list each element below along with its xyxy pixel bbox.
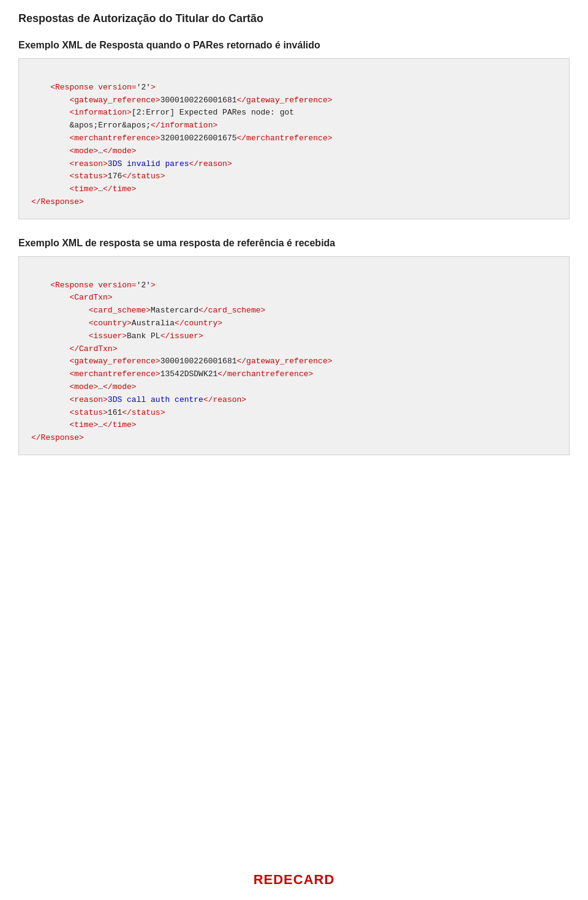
- code-tag: <time>: [69, 184, 98, 194]
- code-text: [50, 306, 88, 315]
- code-text: [50, 319, 88, 328]
- code-tag: <card_scheme>: [89, 306, 151, 315]
- section1-title: Exemplo XML de Resposta quando o PARes r…: [18, 40, 570, 51]
- code-text: …: [98, 382, 103, 391]
- code-tag: <CardTxn>: [69, 293, 112, 302]
- code-text: [50, 369, 69, 379]
- code-tag: </issuer>: [160, 331, 203, 341]
- code-tag: <country>: [89, 319, 132, 328]
- code-tag: <Response version=: [50, 83, 136, 92]
- code-text: [50, 96, 69, 105]
- code-text: 176: [108, 172, 122, 181]
- code-text: [50, 108, 69, 117]
- code-tag: </information>: [151, 121, 217, 130]
- code-tag: </status>: [122, 408, 165, 417]
- code-text: '2': [137, 83, 151, 92]
- code-text: [50, 420, 69, 429]
- code-tag: <mode>: [69, 382, 98, 391]
- section1: Exemplo XML de Resposta quando o PARes r…: [18, 40, 570, 219]
- code-text: '2': [137, 281, 151, 290]
- section2-code-block: <Response version='2'> <CardTxn> <card_s…: [18, 256, 570, 455]
- code-tag: <status>: [69, 408, 107, 417]
- code-highlight: 3DS invalid pares: [108, 159, 189, 168]
- code-text: [50, 172, 69, 181]
- code-tag: </gateway_reference>: [237, 357, 333, 366]
- section2-title: Exemplo XML de resposta se uma resposta …: [18, 238, 570, 249]
- code-tag: </country>: [175, 319, 222, 328]
- code-text: 3200100226001675: [160, 134, 237, 143]
- code-text: [50, 293, 69, 302]
- code-text: …: [98, 146, 103, 156]
- code-tag: >: [151, 281, 156, 290]
- code-tag: </time>: [103, 420, 137, 429]
- code-text: Mastercard: [151, 306, 198, 315]
- code-text: 3000100226001681: [160, 357, 237, 366]
- code-tag: <mode>: [69, 146, 98, 156]
- code-tag: <reason>: [69, 395, 107, 404]
- code-text: [50, 134, 69, 143]
- code-text: [50, 146, 69, 156]
- page-title: Respostas de Autorização do Titular do C…: [18, 12, 570, 25]
- footer-brand: REDECARD: [254, 872, 335, 888]
- code-text: 3000100226001681: [160, 96, 237, 105]
- code-tag: </reason>: [203, 395, 246, 404]
- code-tag: <issuer>: [89, 331, 127, 341]
- code-tag: >: [151, 83, 156, 92]
- code-tag: </merchantreference>: [237, 134, 333, 143]
- code-text: 13542DSDWK21: [160, 369, 218, 379]
- code-highlight: 3DS call auth centre: [108, 395, 203, 404]
- code-text: Australia: [132, 319, 175, 328]
- code-tag: </mode>: [103, 382, 137, 391]
- code-tag: <gateway_reference>: [69, 357, 160, 366]
- code-text: [50, 159, 69, 168]
- code-tag: </Response>: [31, 197, 84, 206]
- code-tag: </time>: [103, 184, 137, 194]
- code-tag: <merchantreference>: [69, 134, 160, 143]
- code-tag: <reason>: [69, 159, 107, 168]
- section1-code-block: <Response version='2'> <gateway_referenc…: [18, 58, 570, 219]
- code-text: [50, 395, 69, 404]
- code-tag: </card_scheme>: [198, 306, 265, 315]
- code-tag: <merchantreference>: [69, 369, 160, 379]
- code-tag: </reason>: [189, 159, 232, 168]
- code-tag: </gateway_reference>: [237, 96, 333, 105]
- code-tag: </mode>: [103, 146, 137, 156]
- code-text: Bank PL: [127, 331, 160, 341]
- code-tag: <status>: [69, 172, 107, 181]
- code-tag: </merchantreference>: [217, 369, 313, 379]
- code-tag: <information>: [69, 108, 131, 117]
- code-tag: <gateway_reference>: [69, 96, 160, 105]
- code-text: [50, 184, 69, 194]
- code-text: [50, 382, 69, 391]
- code-tag: </CardTxn>: [69, 344, 117, 354]
- section2: Exemplo XML de resposta se uma resposta …: [18, 238, 570, 455]
- code-text: 161: [108, 408, 122, 417]
- code-text: [50, 331, 88, 341]
- code-tag: </Response>: [31, 433, 84, 442]
- code-tag: </status>: [122, 172, 165, 181]
- code-text: [50, 408, 69, 417]
- code-tag: <Response version=: [50, 281, 136, 290]
- code-text: …: [98, 184, 103, 194]
- code-tag: <time>: [69, 420, 98, 429]
- code-text: …: [98, 420, 103, 429]
- code-text: [50, 357, 69, 366]
- code-text: [50, 344, 69, 354]
